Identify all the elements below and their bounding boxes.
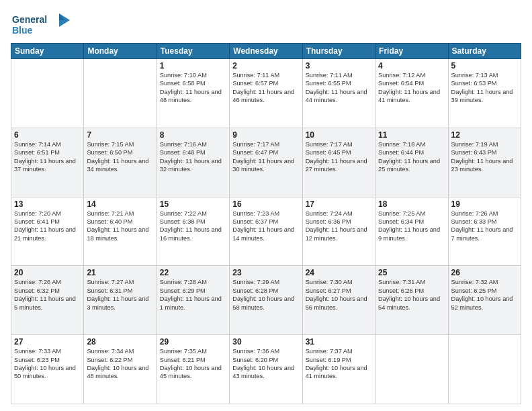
day-number: 12: [451, 130, 518, 140]
svg-text:Blue: Blue: [12, 25, 33, 36]
weekday-header-wednesday: Wednesday: [230, 44, 302, 59]
calendar-table: SundayMondayTuesdayWednesdayThursdayFrid…: [11, 43, 521, 404]
calendar-cell: 12Sunrise: 7:19 AM Sunset: 6:43 PM Dayli…: [448, 128, 521, 197]
calendar-cell: [375, 335, 448, 404]
day-number: 29: [160, 337, 226, 347]
calendar-cell: 17Sunrise: 7:24 AM Sunset: 6:36 PM Dayli…: [302, 197, 375, 266]
cell-content: Sunrise: 7:18 AM Sunset: 6:44 PM Dayligh…: [378, 140, 445, 174]
calendar-cell: [448, 335, 521, 404]
calendar-cell: [84, 59, 157, 128]
calendar-cell: 13Sunrise: 7:20 AM Sunset: 6:41 PM Dayli…: [11, 197, 84, 266]
calendar-cell: 1Sunrise: 7:10 AM Sunset: 6:58 PM Daylig…: [157, 59, 229, 128]
cell-content: Sunrise: 7:12 AM Sunset: 6:54 PM Dayligh…: [378, 71, 445, 105]
day-number: 19: [451, 199, 518, 209]
cell-content: Sunrise: 7:31 AM Sunset: 6:26 PM Dayligh…: [378, 278, 445, 312]
day-number: 30: [232, 337, 299, 347]
day-number: 13: [14, 199, 81, 209]
day-number: 18: [378, 199, 445, 209]
cell-content: Sunrise: 7:14 AM Sunset: 6:51 PM Dayligh…: [14, 140, 81, 174]
cell-content: Sunrise: 7:19 AM Sunset: 6:43 PM Dayligh…: [451, 140, 518, 174]
calendar-cell: 19Sunrise: 7:26 AM Sunset: 6:33 PM Dayli…: [448, 197, 521, 266]
weekday-header-tuesday: Tuesday: [157, 44, 229, 59]
cell-content: Sunrise: 7:10 AM Sunset: 6:58 PM Dayligh…: [160, 71, 226, 105]
day-number: 8: [160, 130, 226, 140]
weekday-header-saturday: Saturday: [448, 44, 521, 59]
calendar-cell: 21Sunrise: 7:27 AM Sunset: 6:31 PM Dayli…: [84, 266, 157, 335]
calendar-cell: 8Sunrise: 7:16 AM Sunset: 6:48 PM Daylig…: [157, 128, 229, 197]
cell-content: Sunrise: 7:27 AM Sunset: 6:31 PM Dayligh…: [87, 278, 153, 312]
cell-content: Sunrise: 7:33 AM Sunset: 6:23 PM Dayligh…: [14, 347, 81, 381]
calendar-cell: 25Sunrise: 7:31 AM Sunset: 6:26 PM Dayli…: [375, 266, 448, 335]
calendar-week-4: 20Sunrise: 7:26 AM Sunset: 6:32 PM Dayli…: [11, 266, 521, 335]
day-number: 17: [306, 199, 372, 209]
day-number: 5: [451, 61, 518, 71]
calendar-cell: 4Sunrise: 7:12 AM Sunset: 6:54 PM Daylig…: [375, 59, 448, 128]
cell-content: Sunrise: 7:30 AM Sunset: 6:27 PM Dayligh…: [306, 278, 372, 312]
calendar-cell: 16Sunrise: 7:23 AM Sunset: 6:37 PM Dayli…: [230, 197, 302, 266]
day-number: 27: [14, 337, 81, 347]
day-number: 10: [306, 130, 372, 140]
day-number: 2: [232, 61, 299, 71]
day-number: 25: [378, 268, 445, 277]
day-number: 20: [14, 268, 81, 277]
cell-content: Sunrise: 7:17 AM Sunset: 6:45 PM Dayligh…: [306, 140, 372, 174]
calendar-page: General Blue SundayMondayTuesdayWednesda…: [0, 0, 532, 411]
calendar-cell: 5Sunrise: 7:13 AM Sunset: 6:53 PM Daylig…: [448, 59, 521, 128]
cell-content: Sunrise: 7:11 AM Sunset: 6:55 PM Dayligh…: [306, 71, 372, 105]
calendar-cell: 30Sunrise: 7:36 AM Sunset: 6:20 PM Dayli…: [230, 335, 302, 404]
calendar-week-3: 13Sunrise: 7:20 AM Sunset: 6:41 PM Dayli…: [11, 197, 521, 266]
calendar-week-1: 1Sunrise: 7:10 AM Sunset: 6:58 PM Daylig…: [11, 59, 521, 128]
cell-content: Sunrise: 7:36 AM Sunset: 6:20 PM Dayligh…: [232, 347, 299, 381]
calendar-cell: 20Sunrise: 7:26 AM Sunset: 6:32 PM Dayli…: [11, 266, 84, 335]
day-number: 7: [87, 130, 153, 140]
cell-content: Sunrise: 7:11 AM Sunset: 6:57 PM Dayligh…: [232, 71, 299, 105]
day-number: 31: [306, 337, 372, 347]
calendar-cell: 15Sunrise: 7:22 AM Sunset: 6:38 PM Dayli…: [157, 197, 229, 266]
cell-content: Sunrise: 7:16 AM Sunset: 6:48 PM Dayligh…: [160, 140, 226, 174]
logo: General Blue: [11, 11, 71, 38]
weekday-header-thursday: Thursday: [302, 44, 375, 59]
day-number: 28: [87, 337, 153, 347]
calendar-cell: 11Sunrise: 7:18 AM Sunset: 6:44 PM Dayli…: [375, 128, 448, 197]
cell-content: Sunrise: 7:21 AM Sunset: 6:40 PM Dayligh…: [87, 210, 153, 243]
cell-content: Sunrise: 7:26 AM Sunset: 6:33 PM Dayligh…: [451, 210, 518, 243]
cell-content: Sunrise: 7:26 AM Sunset: 6:32 PM Dayligh…: [14, 278, 81, 312]
day-number: 11: [378, 130, 445, 140]
cell-content: Sunrise: 7:20 AM Sunset: 6:41 PM Dayligh…: [14, 210, 81, 243]
calendar-cell: 2Sunrise: 7:11 AM Sunset: 6:57 PM Daylig…: [230, 59, 302, 128]
day-number: 16: [232, 199, 299, 209]
calendar-cell: 6Sunrise: 7:14 AM Sunset: 6:51 PM Daylig…: [11, 128, 84, 197]
cell-content: Sunrise: 7:13 AM Sunset: 6:53 PM Dayligh…: [451, 71, 518, 105]
cell-content: Sunrise: 7:37 AM Sunset: 6:19 PM Dayligh…: [306, 347, 372, 381]
day-number: 14: [87, 199, 153, 209]
calendar-cell: 31Sunrise: 7:37 AM Sunset: 6:19 PM Dayli…: [302, 335, 375, 404]
weekday-header-friday: Friday: [375, 44, 448, 59]
day-number: 24: [306, 268, 372, 277]
cell-content: Sunrise: 7:25 AM Sunset: 6:34 PM Dayligh…: [378, 210, 445, 243]
calendar-cell: 24Sunrise: 7:30 AM Sunset: 6:27 PM Dayli…: [302, 266, 375, 335]
day-number: 4: [378, 61, 445, 71]
weekday-header-sunday: Sunday: [11, 44, 84, 59]
weekday-header-row: SundayMondayTuesdayWednesdayThursdayFrid…: [11, 44, 521, 59]
calendar-cell: 18Sunrise: 7:25 AM Sunset: 6:34 PM Dayli…: [375, 197, 448, 266]
calendar-week-2: 6Sunrise: 7:14 AM Sunset: 6:51 PM Daylig…: [11, 128, 521, 197]
page-header: General Blue: [11, 11, 521, 38]
day-number: 26: [451, 268, 518, 277]
calendar-cell: 10Sunrise: 7:17 AM Sunset: 6:45 PM Dayli…: [302, 128, 375, 197]
day-number: 1: [160, 61, 226, 71]
calendar-cell: 14Sunrise: 7:21 AM Sunset: 6:40 PM Dayli…: [84, 197, 157, 266]
day-number: 9: [232, 130, 299, 140]
calendar-cell: 9Sunrise: 7:17 AM Sunset: 6:47 PM Daylig…: [230, 128, 302, 197]
calendar-cell: 7Sunrise: 7:15 AM Sunset: 6:50 PM Daylig…: [84, 128, 157, 197]
cell-content: Sunrise: 7:28 AM Sunset: 6:29 PM Dayligh…: [160, 278, 226, 312]
cell-content: Sunrise: 7:29 AM Sunset: 6:28 PM Dayligh…: [232, 278, 299, 312]
calendar-cell: 27Sunrise: 7:33 AM Sunset: 6:23 PM Dayli…: [11, 335, 84, 404]
cell-content: Sunrise: 7:15 AM Sunset: 6:50 PM Dayligh…: [87, 140, 153, 174]
day-number: 15: [160, 199, 226, 209]
day-number: 3: [306, 61, 372, 71]
calendar-week-5: 27Sunrise: 7:33 AM Sunset: 6:23 PM Dayli…: [11, 335, 521, 404]
calendar-cell: 22Sunrise: 7:28 AM Sunset: 6:29 PM Dayli…: [157, 266, 229, 335]
cell-content: Sunrise: 7:17 AM Sunset: 6:47 PM Dayligh…: [232, 140, 299, 174]
weekday-header-monday: Monday: [84, 44, 157, 59]
day-number: 6: [14, 130, 81, 140]
